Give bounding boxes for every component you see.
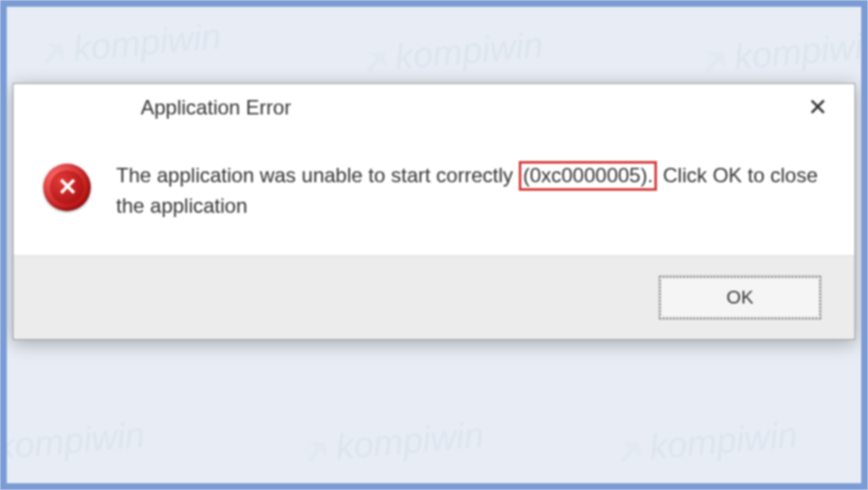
dialog-body: ✕ The application was unable to start co…	[14, 135, 854, 255]
dialog-titlebar: Application Error ✕	[14, 84, 854, 135]
dialog-message: The application was unable to start corr…	[116, 160, 821, 221]
error-dialog: Application Error ✕ ✕ The application wa…	[13, 83, 855, 340]
dialog-footer: OK	[14, 255, 854, 339]
message-prefix: The application was unable to start corr…	[116, 164, 519, 187]
error-code-highlight: (0xc0000005).	[519, 161, 657, 191]
dialog-title: Application Error	[141, 96, 291, 120]
error-icon: ✕	[43, 164, 91, 211]
ok-button[interactable]: OK	[659, 276, 821, 319]
close-icon[interactable]: ✕	[801, 96, 834, 120]
